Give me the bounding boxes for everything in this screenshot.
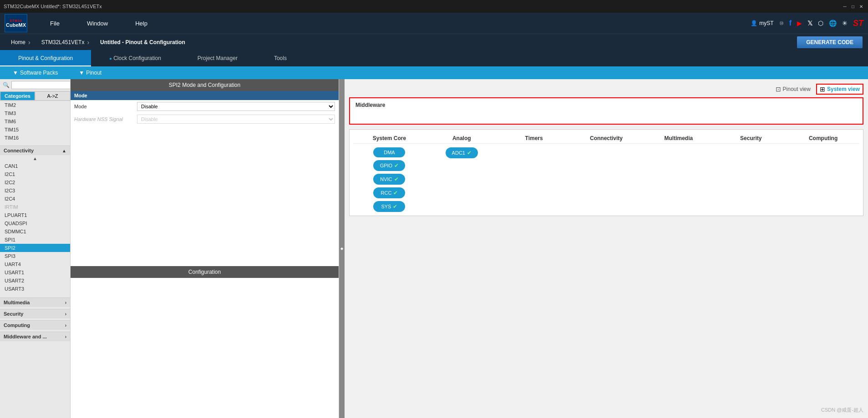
sidebar: 🔍 ⚙ Categories A->Z TIM2 TIM3 TIM6 TIM15…: [0, 79, 71, 418]
secondary-tabs: ▼ Software Packs ▼ Pinout: [0, 66, 868, 79]
mode-field-label: Mode: [74, 104, 133, 109]
system-core-col: DMA GPIO ✔ NVIC ✔ RCC ✔: [353, 147, 426, 212]
app-logo: STM32 CubeMX: [5, 14, 27, 32]
sidebar-item-spi2[interactable]: SPI2: [0, 244, 70, 252]
tabbar: Pinout & Configuration ● Clock Configura…: [0, 50, 868, 66]
security-chevron: ›: [65, 312, 66, 317]
system-view-label: System view: [827, 86, 860, 92]
sidebar-item-usart2[interactable]: USART2: [0, 277, 70, 285]
sidebar-item-tim3[interactable]: TIM3: [0, 109, 70, 117]
maximize-btn[interactable]: □: [850, 3, 856, 10]
sidebar-tab-az[interactable]: A->Z: [35, 91, 70, 101]
mode-select[interactable]: Disable Full-Duplex Master Half-Duplex M…: [137, 102, 335, 111]
close-btn[interactable]: ✕: [858, 3, 864, 10]
menubar: STM32 CubeMX File Window Help 👤 myST ⑩ f…: [0, 13, 868, 34]
titlebar-controls[interactable]: ─ □ ✕: [842, 3, 864, 10]
myst-label: myST: [759, 20, 773, 26]
computing-label: Computing: [4, 322, 30, 328]
menu-help[interactable]: Help: [122, 13, 161, 34]
minimize-btn[interactable]: ─: [842, 3, 848, 10]
github-icon: ⬡: [818, 20, 823, 27]
generate-code-button[interactable]: GENERATE CODE: [797, 36, 863, 48]
breadcrumb-chip[interactable]: STM32L451VETx ›: [36, 37, 95, 48]
titlebar-title: STM32CubeMX Untitled*: STM32L451VETx: [4, 4, 102, 9]
sidebar-item-spi1[interactable]: SPI1: [0, 236, 70, 244]
sidebar-item-i2c2[interactable]: I2C2: [0, 178, 70, 186]
sidebar-item-i2c1[interactable]: I2C1: [0, 170, 70, 178]
scroll-divider-icon: ◆: [340, 247, 343, 251]
connectivity-chevron: ▲: [62, 148, 66, 153]
badge-sys[interactable]: SYS ✔: [373, 201, 405, 212]
search-input[interactable]: [11, 81, 71, 89]
tab-pinout-config[interactable]: Pinout & Configuration: [0, 50, 91, 66]
sidebar-item-uart4[interactable]: UART4: [0, 260, 70, 268]
pinout-view-label: Pinout view: [783, 86, 811, 92]
security-label: Security: [4, 311, 23, 317]
scroll-up-btn[interactable]: ▲: [0, 155, 70, 162]
nvic-check: ✔: [394, 176, 399, 182]
sidebar-item-tim6[interactable]: TIM6: [0, 117, 70, 126]
myst-button[interactable]: 👤 myST: [751, 20, 773, 26]
tab-clock-config[interactable]: ● Clock Configuration: [91, 50, 179, 66]
sidebar-section-multimedia[interactable]: Multimedia ›: [0, 297, 70, 307]
youtube-icon: ▶: [797, 20, 802, 27]
tab-project-manager[interactable]: Project Manager: [179, 50, 256, 66]
sidebar-section-middleware[interactable]: Middleware and ... ›: [0, 332, 70, 341]
sidebar-tab-categories[interactable]: Categories: [0, 91, 35, 101]
breadcrumb: Home › STM32L451VETx › Untitled - Pinout…: [0, 34, 868, 50]
sidebar-item-irtim: IRTIM: [0, 203, 70, 211]
computing-chevron: ›: [65, 323, 66, 328]
nss-select[interactable]: Disable Input Output: [137, 115, 335, 124]
nvic-label: NVIC: [380, 176, 392, 182]
sys-check: ✔: [393, 203, 397, 210]
config-section-header: Configuration: [71, 266, 339, 278]
chip-label: STM32L451VETx: [41, 39, 85, 45]
logo-bottom: CubeMX: [6, 22, 26, 28]
col-multimedia: Multimedia: [642, 135, 715, 141]
sidebar-item-spi3[interactable]: SPI3: [0, 252, 70, 260]
breadcrumb-home[interactable]: Home ›: [5, 37, 36, 48]
rcc-check: ✔: [393, 190, 398, 196]
categories-header: System Core Analog Timers Connectivity M…: [353, 133, 859, 144]
tab-tools[interactable]: Tools: [256, 50, 305, 66]
badge-nvic[interactable]: NVIC ✔: [373, 174, 405, 185]
middleware-and-label: Middleware and ...: [4, 334, 47, 339]
titlebar: STM32CubeMX Untitled*: STM32L451VETx ─ □…: [0, 0, 868, 13]
sidebar-item-i2c3[interactable]: I2C3: [0, 186, 70, 195]
menubar-right: 👤 myST ⑩ f ▶ 𝕏 ⬡ 🌐 ✳ ST: [751, 19, 863, 28]
menu-window[interactable]: Window: [73, 13, 122, 34]
view-selector-row: ⊡ Pinout view ⊞ System view: [349, 84, 863, 95]
middleware-box: Middleware: [349, 97, 863, 125]
badge-dma[interactable]: DMA: [373, 147, 405, 157]
home-label: Home: [11, 39, 25, 45]
sys-label: SYS: [381, 204, 391, 209]
sidebar-item-usart3[interactable]: USART3: [0, 285, 70, 293]
analog-col: ADC1 ✔: [426, 147, 498, 158]
sidebar-section-computing[interactable]: Computing ›: [0, 320, 70, 330]
sidebar-item-lpuart1[interactable]: LPUART1: [0, 211, 70, 219]
pinout-view-button[interactable]: ⊡ Pinout view: [770, 84, 816, 95]
st-logo: ST: [853, 19, 863, 28]
sidebar-item-tim15[interactable]: TIM15: [0, 126, 70, 134]
scroll-divider[interactable]: ◆: [339, 79, 345, 418]
badge-adc1[interactable]: ADC1 ✔: [446, 147, 478, 158]
sidebar-item-sdmmc1[interactable]: SDMMC1: [0, 227, 70, 236]
sidebar-item-tim2[interactable]: TIM2: [0, 101, 70, 109]
facebook-icon: f: [789, 19, 792, 27]
sec-tab-pinout[interactable]: ▼ Pinout: [75, 69, 105, 77]
sidebar-item-i2c4[interactable]: I2C4: [0, 195, 70, 203]
mode-row: Mode Disable Full-Duplex Master Half-Dup…: [71, 100, 339, 113]
sidebar-item-usart1[interactable]: USART1: [0, 268, 70, 277]
adc1-check: ✔: [467, 150, 472, 156]
sidebar-item-tim16[interactable]: TIM16: [0, 134, 70, 142]
sidebar-section-security[interactable]: Security ›: [0, 309, 70, 318]
system-view-button[interactable]: ⊞ System view: [816, 84, 863, 95]
menu-file[interactable]: File: [36, 13, 73, 34]
sidebar-item-quadspi[interactable]: QUADSPI: [0, 219, 70, 227]
badge-gpio[interactable]: GPIO ✔: [373, 160, 405, 171]
gpio-label: GPIO: [380, 163, 393, 168]
sidebar-section-connectivity[interactable]: Connectivity ▲: [0, 146, 70, 155]
sec-tab-software-packs[interactable]: ▼ Software Packs: [9, 69, 61, 77]
sidebar-item-can1[interactable]: CAN1: [0, 162, 70, 170]
badge-rcc[interactable]: RCC ✔: [373, 187, 405, 198]
